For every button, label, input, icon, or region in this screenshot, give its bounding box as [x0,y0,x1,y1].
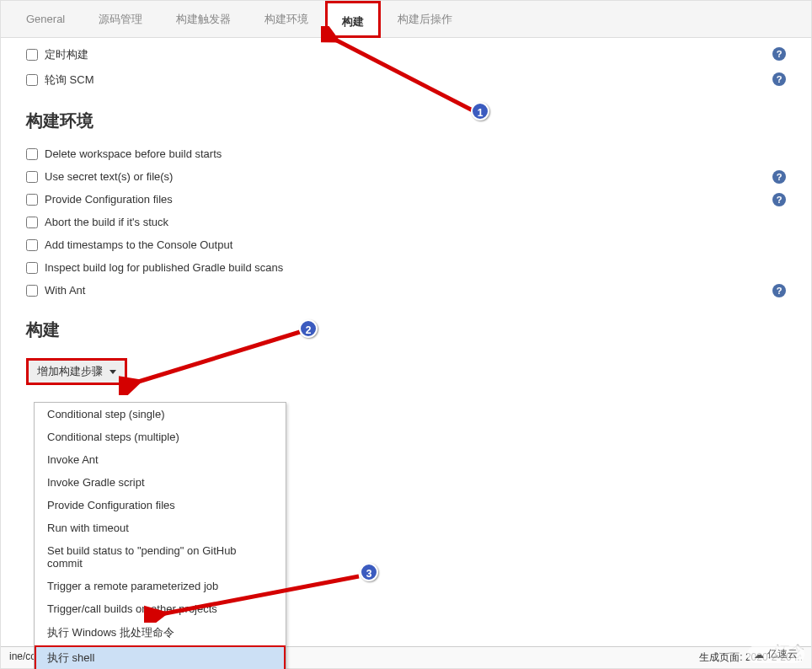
env-secret-row: Use secret text(s) or file(s) ? [26,165,786,188]
tab-env[interactable]: 构建环境 [248,1,325,38]
dropdown-item-provide-conf[interactable]: Provide Configuration files [35,494,286,516]
callout-2: 2 [299,319,318,338]
dropdown-item-invoke-gradle[interactable]: Invoke Gradle script [35,471,286,494]
env-abort-label: Abort the build if it's stuck [45,216,168,228]
dropdown-item-exec-win[interactable]: 执行 Windows 批处理命令 [35,620,286,645]
env-abort-row: Abort the build if it's stuck [26,211,786,233]
env-deletews-label: Delete workspace before build starts [45,147,222,160]
env-deletews-row: Delete workspace before build starts [26,142,786,165]
env-configfiles-checkbox[interactable] [26,194,38,206]
help-icon[interactable]: ? [772,47,786,61]
add-build-step-label: 增加构建步骤 [37,364,103,379]
tab-triggers[interactable]: 构建触发器 [159,1,248,38]
dropdown-item-trigger-param[interactable]: Trigger a remote parameterized job [35,575,286,597]
env-gradle-row: Inspect build log for published Gradle b… [26,256,786,279]
env-abort-checkbox[interactable] [26,217,38,228]
dropdown-item-cond-single[interactable]: Conditional step (single) [35,403,286,425]
tab-scm[interactable]: 源码管理 [82,1,159,38]
trigger-pollscm-row: 轮询 SCM ? [26,67,786,93]
dropdown-item-gh-pending[interactable]: Set build status to "pending" on GitHub … [35,539,286,575]
tab-general[interactable]: General [9,1,82,38]
build-step-dropdown: Conditional step (single) Conditional st… [34,402,286,669]
help-icon[interactable]: ? [772,72,786,86]
callout-1: 1 [471,102,489,120]
watermark-badge-text: 亿速云 [767,647,798,661]
env-timestamps-row: Add timestamps to the Console Output [26,233,786,256]
env-section-title: 构建环境 [26,110,786,132]
build-section-title: 构建 [26,318,786,341]
tab-bar: General 源码管理 构建触发器 构建环境 构建 构建后操作 [1,1,811,38]
env-gradle-checkbox[interactable] [26,262,38,274]
tab-post[interactable]: 构建后操作 [381,1,469,38]
env-withant-row: With Ant ? [26,279,786,302]
env-secret-checkbox[interactable] [26,171,38,183]
env-gradle-label: Inspect build log for published Gradle b… [45,261,283,274]
add-build-step-button[interactable]: 增加构建步骤 [26,358,127,385]
dropdown-item-invoke-ant[interactable]: Invoke Ant [35,448,286,471]
trigger-scheduled-checkbox[interactable] [26,49,38,61]
cloud-icon: ☁ [754,649,764,661]
env-timestamps-checkbox[interactable] [26,239,38,251]
help-icon[interactable]: ? [772,193,786,206]
dropdown-item-trigger-call[interactable]: Trigger/call builds on other projects [35,597,286,620]
callout-3: 3 [360,563,378,581]
watermark-badge: ☁ 亿速云 [747,645,804,663]
env-withant-label: With Ant [45,284,85,297]
caret-down-icon [110,370,116,374]
trigger-pollscm-checkbox[interactable] [26,74,38,86]
trigger-pollscm-label: 轮询 SCM [45,72,94,88]
dropdown-item-run-timeout[interactable]: Run with timeout [35,516,286,539]
trigger-scheduled-row: 定时构建 ? [26,42,786,67]
env-secret-label: Use secret text(s) or file(s) [45,170,173,183]
env-deletews-checkbox[interactable] [26,148,38,160]
help-icon[interactable]: ? [772,170,786,184]
env-configfiles-label: Provide Configuration files [45,193,173,206]
env-withant-checkbox[interactable] [26,285,38,297]
env-configfiles-row: Provide Configuration files ? [26,188,786,211]
trigger-scheduled-label: 定时构建 [45,47,88,62]
help-icon[interactable]: ? [772,284,786,297]
dropdown-item-cond-multi[interactable]: Conditional steps (multiple) [35,425,286,448]
tab-build[interactable]: 构建 [325,1,381,38]
dropdown-item-exec-shell[interactable]: 执行 shell [35,645,286,669]
env-timestamps-label: Add timestamps to the Console Output [45,238,232,251]
